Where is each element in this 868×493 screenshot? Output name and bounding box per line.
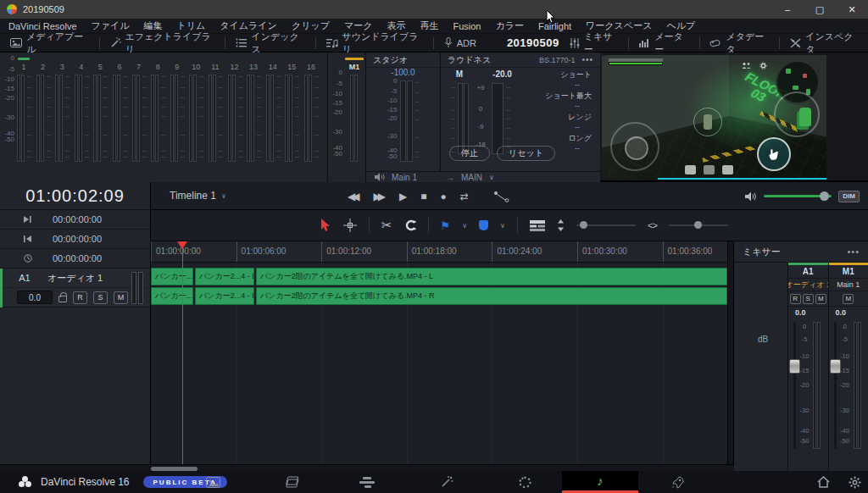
home-icon[interactable] [817,476,830,488]
record-button[interactable]: ● [440,191,446,202]
marker-icon[interactable] [479,220,488,230]
channel-number: 9 [170,63,184,73]
channel-meter: 3 [55,56,75,179]
page-tab-color[interactable] [500,471,549,493]
audio-clip[interactable]: バンカー2...4 - L [195,268,254,285]
horizontal-scrollbar[interactable] [0,464,734,471]
menu-item[interactable]: Fusion [453,21,481,31]
page-tab-fairlight[interactable]: ♪ [562,471,638,493]
track-view-options-icon[interactable] [530,220,545,231]
vertical-zoom-icon[interactable] [557,219,565,231]
horizontal-zoom-knob[interactable] [694,221,702,229]
fast-forward-button[interactable]: ▶▶ [373,191,385,202]
index-button[interactable]: インデックス [225,34,314,52]
monitor-volume-slider[interactable] [764,195,832,197]
fader-scale-label: -30 [800,407,810,414]
gear-icon[interactable] [849,476,861,489]
channel-bars [209,75,225,162]
loudness-reset-button[interactable]: リセット [497,146,555,161]
track-solo-button[interactable]: S [93,291,108,304]
effects-library-label: エフェクトライブラリ [125,30,215,56]
audio-clip[interactable]: バンカー2...4 - R [195,287,254,305]
channel-bars [17,75,34,162]
mixer-toggle-button[interactable]: ミキサー [559,34,629,52]
channel-meter: 5 [93,56,113,179]
vertical-zoom-slider[interactable] [576,224,636,226]
meter-scale-label: 0 [339,69,342,76]
meters-toggle-button[interactable]: メーター [629,34,698,52]
strip-gain[interactable]: 0.0 [829,307,868,319]
timeline-ruler[interactable]: 01:00:00:0001:00:06:0001:00:12:0001:00:1… [151,241,727,263]
adr-button[interactable]: ADR [434,34,487,52]
horizontal-zoom-icon[interactable]: <> [648,220,657,230]
audio-clip[interactable]: バンカー2階のアイテムを全て開けてみる.MP4 - R [256,287,727,305]
strip-record-button[interactable]: R [790,294,801,304]
channel-number: 8 [151,63,164,73]
viewer-video[interactable]: FLOOR03 [602,55,826,180]
loop-button[interactable]: ⇄ [460,191,469,202]
page-tab-edit[interactable] [342,471,392,493]
scrollbar-thumb[interactable] [151,467,198,471]
playhead[interactable] [182,241,183,464]
monitor-bus[interactable]: MAIN [461,173,482,182]
page-tab-media[interactable] [188,471,237,493]
maximize-button[interactable]: ▢ [804,0,836,19]
page-tab-fusion[interactable] [422,471,471,493]
strip-gain[interactable]: 0.0 [788,307,828,319]
menu-item[interactable]: カラー [495,19,524,32]
timeline-selector[interactable]: Timeline 1 ∨ [170,190,226,202]
vertical-zoom-knob[interactable] [580,221,587,229]
vertical-scrollbar[interactable] [727,241,734,464]
timeline-toolbar: ✂ ⚑ ∨ ∨ <> [151,210,868,241]
horizontal-zoom-slider[interactable] [669,224,728,226]
loudness-menu-icon[interactable]: ••• [581,55,593,64]
strip-mute-button[interactable]: M [843,294,854,304]
flag-dropdown-chevron-icon[interactable]: ∨ [462,222,467,230]
razor-tool-icon[interactable]: ✂ [381,218,392,233]
selection-tool-icon[interactable] [320,219,331,232]
track-gain-field[interactable]: 0.0 [17,291,53,304]
inspector-button[interactable]: インスペクタ [780,34,868,52]
deliver-page-icon [671,476,685,489]
game-health-bar [609,62,663,65]
timeline-area[interactable]: 01:00:00:0001:00:06:0001:00:12:0001:00:1… [151,241,727,464]
channel-number: 3 [55,63,69,73]
monitor-volume-icon[interactable] [745,191,757,202]
stop-button[interactable]: ■ [420,191,426,202]
range-tool-icon[interactable] [343,219,357,232]
menu-item[interactable]: 再生 [420,19,438,32]
page-tab-deliver[interactable] [654,471,703,493]
chevron-down-icon: ∨ [489,174,494,181]
audio-clip[interactable]: バンカー2階のアイテムを全て開けてみる.MP4 - L [256,268,727,285]
audio-clip[interactable]: バンカー... - L [151,268,193,285]
play-button[interactable]: ▶ [399,191,407,202]
metadata-button[interactable]: メタデータ [699,34,779,52]
snap-magnet-icon[interactable] [404,219,416,231]
minimize-button[interactable]: – [771,0,804,19]
mixer-menu-icon[interactable]: ••• [847,246,860,257]
strip-solo-button[interactable]: S [803,294,814,304]
monitor-source[interactable]: Main 1 [392,173,417,182]
rewind-button[interactable]: ◀◀ [348,191,359,202]
strip-mute-button[interactable]: M [815,294,826,304]
clip-row-left: バンカー... - Lバンカー2...4 - Lバンカー2階のアイテムを全て開け… [151,268,727,285]
volume-knob[interactable] [820,191,829,201]
audio-clip[interactable]: バンカー... - R [151,287,193,305]
sound-library-button[interactable]: サウンドライブラリ [316,34,433,52]
channel-indicator [305,58,317,60]
track-mute-button[interactable]: M [114,291,128,304]
lock-icon[interactable] [58,296,67,302]
marker-dropdown-chevron-icon[interactable]: ∨ [500,222,505,230]
flag-icon[interactable]: ⚑ [441,219,451,232]
menu-item[interactable]: ファイル [92,19,130,32]
dim-button[interactable]: DIM [838,191,860,202]
track-header-a1[interactable]: A1 オーディオ 1 0.0 R S M [0,269,150,307]
effects-library-button[interactable]: エフェクトライブラリ [100,34,225,52]
close-button[interactable]: ✕ [836,0,868,19]
channel-number: 12 [228,63,242,73]
media-pool-button[interactable]: メディアプール [0,34,99,52]
page-tab-cut[interactable] [268,471,317,493]
automation-icon[interactable] [492,191,511,202]
track-record-button[interactable]: R [73,291,87,304]
inspector-icon [790,38,801,48]
